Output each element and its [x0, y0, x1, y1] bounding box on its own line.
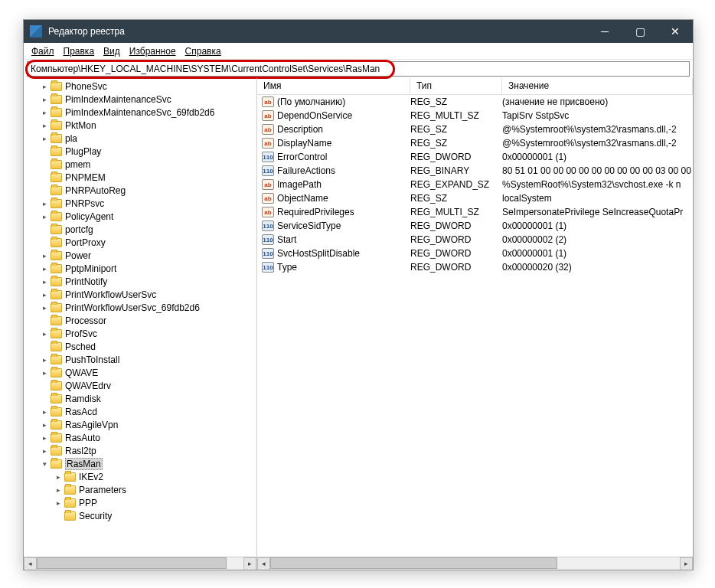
tree-item-pnpmem[interactable]: ▸PNPMEM	[27, 171, 256, 184]
expand-icon[interactable]: ▸	[41, 134, 49, 142]
scroll-right-button[interactable]: ▸	[680, 557, 693, 570]
expand-icon[interactable]: ▸	[41, 212, 49, 220]
tree-item-portproxy[interactable]: ▸PortProxy	[27, 236, 256, 249]
value-row-displayname[interactable]: abDisplayNameREG_SZ@%Systemroot%\system3…	[257, 136, 693, 150]
scroll-thumb[interactable]	[37, 557, 227, 569]
titlebar[interactable]: Редактор реестра ─ ▢ ✕	[24, 20, 693, 43]
tree-item-pnrpsvc[interactable]: ▸PNRPsvc	[27, 197, 256, 210]
tree-item-ppp[interactable]: ▸PPP	[27, 496, 256, 509]
column-name[interactable]: Имя	[257, 78, 410, 94]
tree-item-pnrpautoreg[interactable]: ▸PNRPAutoReg	[27, 184, 256, 197]
column-data[interactable]: Значение	[502, 78, 693, 94]
tree-item-ikev2[interactable]: ▸IKEv2	[27, 470, 256, 483]
menu-favorites[interactable]: Избранное	[125, 44, 181, 58]
value-row-servicesidtype[interactable]: 110ServiceSidTypeREG_DWORD0x00000001 (1)	[257, 219, 693, 233]
tree-item-rasauto[interactable]: ▸RasAuto	[27, 431, 256, 444]
expand-icon[interactable]: ▸	[41, 108, 49, 116]
expand-icon[interactable]: ▸	[54, 472, 63, 481]
expand-icon[interactable]: ▸	[54, 498, 63, 507]
expand-icon[interactable]: ▸	[41, 264, 49, 273]
expand-icon[interactable]: ▸	[41, 446, 49, 455]
value-row-dependonservice[interactable]: abDependOnServiceREG_MULTI_SZTapiSrv Sst…	[257, 109, 693, 122]
value-row-start[interactable]: 110StartREG_DWORD0x00000002 (2)	[257, 233, 693, 247]
tree-label: pla	[65, 133, 77, 144]
tree-item-plugplay[interactable]: ▸PlugPlay	[27, 145, 256, 158]
tree-item-parameters[interactable]: ▸Parameters	[27, 483, 256, 496]
values-list[interactable]: ab(По умолчанию)REG_SZ(значение не присв…	[257, 95, 693, 557]
value-row-failureactions[interactable]: 110FailureActionsREG_BINARY80 51 01 00 0…	[257, 164, 693, 178]
value-row-errorcontrol[interactable]: 110ErrorControlREG_DWORD0x00000001 (1)	[257, 150, 693, 164]
tree-item-ramdisk[interactable]: ▸Ramdisk	[27, 392, 256, 405]
tree-item-rasagilevpn[interactable]: ▸RasAgileVpn	[27, 418, 256, 431]
tree-item-security[interactable]: ▸Security	[27, 509, 256, 522]
tree-item-printnotify[interactable]: ▸PrintNotify	[27, 275, 256, 288]
value-row-imagepath[interactable]: abImagePathREG_EXPAND_SZ%SystemRoot%\Sys…	[257, 178, 693, 191]
expand-icon[interactable]: ▸	[41, 277, 49, 286]
tree-item-pimindexmaintenancesvc[interactable]: ▸PimIndexMaintenanceSvc	[27, 93, 256, 106]
tree-item-profsvc[interactable]: ▸ProfSvc	[27, 327, 256, 340]
tree-item-pptpminiport[interactable]: ▸PptpMiniport	[27, 262, 256, 275]
menu-edit[interactable]: Правка	[59, 44, 100, 58]
tree-item-pushtoinstall[interactable]: ▸PushToInstall	[27, 353, 256, 366]
tree-hscrollbar[interactable]: ◂ ▸	[24, 557, 256, 570]
tree-item-rasl2tp[interactable]: ▸Rasl2tp	[27, 444, 256, 457]
tree-item-phonesvc[interactable]: ▸PhoneSvc	[27, 80, 256, 93]
maximize-button[interactable]: ▢	[622, 20, 658, 43]
expand-icon[interactable]: ▸	[41, 95, 49, 103]
expand-icon[interactable]: ▸	[41, 329, 49, 338]
value-row-description[interactable]: abDescriptionREG_SZ@%Systemroot%\system3…	[257, 122, 693, 136]
tree-item-rasacd[interactable]: ▸RasAcd	[27, 405, 256, 418]
tree-item-power[interactable]: ▸Power	[27, 249, 256, 262]
minimize-button[interactable]: ─	[587, 20, 622, 43]
value-row-svchostsplitdisable[interactable]: 110SvcHostSplitDisableREG_DWORD0x0000000…	[257, 247, 693, 260]
expand-icon[interactable]: ▸	[41, 290, 49, 299]
folder-icon	[51, 355, 62, 364]
close-button[interactable]: ✕	[658, 20, 693, 43]
expand-icon[interactable]: ▸	[41, 433, 49, 442]
value-row-type[interactable]: 110TypeREG_DWORD0x00000020 (32)	[257, 260, 693, 274]
addressbar-container	[24, 60, 693, 78]
tree-item-portcfg[interactable]: ▸portcfg	[27, 223, 256, 236]
expand-icon[interactable]: ▸	[41, 199, 49, 207]
menu-file[interactable]: Файл	[27, 44, 59, 58]
value-row-objectname[interactable]: abObjectNameREG_SZlocalSystem	[257, 191, 693, 205]
expand-icon[interactable]: ▾	[41, 459, 49, 468]
expand-icon[interactable]: ▸	[41, 368, 49, 377]
string-value-icon: ab	[262, 96, 274, 107]
value-row-requiredprivileges[interactable]: abRequiredPrivilegesREG_MULTI_SZSeImpers…	[257, 205, 693, 219]
scroll-thumb[interactable]	[270, 557, 557, 569]
tree-pane[interactable]: ▸PhoneSvc▸PimIndexMaintenanceSvc▸PimInde…	[24, 78, 257, 570]
scroll-left-button[interactable]: ◂	[24, 557, 37, 570]
menu-view[interactable]: Вид	[99, 44, 125, 58]
tree-item-psched[interactable]: ▸Psched	[27, 340, 256, 353]
column-type[interactable]: Тип	[410, 78, 502, 94]
tree-item-processor[interactable]: ▸Processor	[27, 314, 256, 327]
tree-item-printworkflowusersvc_69fdb2d6[interactable]: ▸PrintWorkflowUserSvc_69fdb2d6	[27, 301, 256, 314]
tree-item-qwavedrv[interactable]: ▸QWAVEdrv	[27, 379, 256, 392]
tree-item-policyagent[interactable]: ▸PolicyAgent	[27, 210, 256, 223]
values-hscrollbar[interactable]: ◂ ▸	[257, 557, 693, 570]
scroll-left-button[interactable]: ◂	[257, 557, 270, 570]
tree-item-rasman[interactable]: ▾RasMan	[27, 457, 256, 470]
tree-item-pla[interactable]: ▸pla	[27, 132, 256, 145]
address-input[interactable]	[27, 61, 690, 77]
tree-item-pmem[interactable]: ▸pmem	[27, 158, 256, 171]
expand-icon[interactable]: ▸	[41, 82, 49, 90]
tree-item-qwave[interactable]: ▸QWAVE	[27, 366, 256, 379]
expand-icon[interactable]: ▸	[41, 121, 49, 129]
expand-icon[interactable]: ▸	[41, 251, 49, 260]
value-type: REG_SZ	[410, 193, 502, 204]
scroll-track[interactable]	[37, 557, 243, 570]
menu-help[interactable]: Справка	[181, 44, 226, 58]
scroll-right-button[interactable]: ▸	[243, 557, 256, 570]
expand-icon[interactable]: ▸	[41, 407, 49, 416]
scroll-track[interactable]	[270, 557, 680, 570]
tree-item-pktmon[interactable]: ▸PktMon	[27, 119, 256, 132]
expand-icon[interactable]: ▸	[41, 303, 49, 312]
expand-icon[interactable]: ▸	[41, 355, 49, 364]
tree-item-printworkflowusersvc[interactable]: ▸PrintWorkflowUserSvc	[27, 288, 256, 301]
value-row-[interactable]: ab(По умолчанию)REG_SZ(значение не присв…	[257, 95, 693, 109]
expand-icon[interactable]: ▸	[54, 485, 63, 494]
expand-icon[interactable]: ▸	[41, 420, 49, 429]
tree-item-pimindexmaintenancesvc_69fdb2d6[interactable]: ▸PimIndexMaintenanceSvc_69fdb2d6	[27, 106, 256, 119]
